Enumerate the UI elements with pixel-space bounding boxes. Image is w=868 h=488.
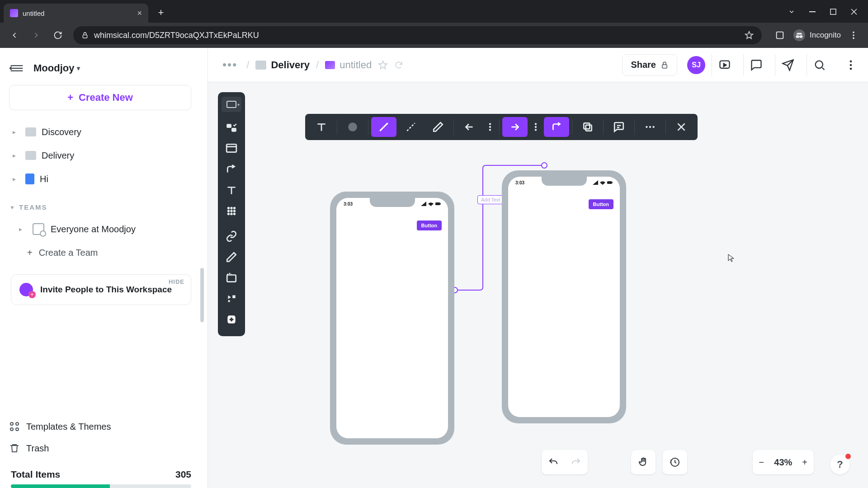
- tool-section-button[interactable]: [222, 267, 241, 288]
- sidebar-item-discovery[interactable]: ▸ Discovery: [9, 120, 199, 144]
- svg-point-36: [489, 123, 491, 125]
- window-close-button[interactable]: [844, 5, 864, 19]
- zoom-value[interactable]: 43%: [774, 457, 792, 468]
- sidebar-item-hi[interactable]: ▸ Hi: [9, 167, 199, 191]
- zoom-out-button[interactable]: −: [759, 457, 764, 468]
- ctx-arrow-start-button[interactable]: [457, 117, 482, 137]
- wireframe-phone-2[interactable]: 3:03 Button: [502, 170, 626, 423]
- forward-button[interactable]: [26, 26, 46, 44]
- svg-point-11: [10, 428, 13, 431]
- help-button[interactable]: ?: [830, 455, 850, 474]
- breadcrumb-more-button[interactable]: •••: [220, 58, 240, 72]
- team-item-everyone[interactable]: ▸ Everyone at Moodjoy: [0, 217, 199, 241]
- svg-point-25: [233, 207, 236, 209]
- create-team-button[interactable]: + Create a Team: [0, 241, 199, 264]
- tool-checklist-button[interactable]: [222, 117, 241, 138]
- present-button[interactable]: [712, 54, 737, 76]
- svg-rect-1: [830, 9, 836, 14]
- invite-hide-button[interactable]: HIDE: [169, 278, 184, 285]
- templates-link[interactable]: Templates & Themes: [9, 416, 199, 437]
- app-menu-button[interactable]: [838, 54, 863, 76]
- zoom-in-button[interactable]: +: [802, 457, 807, 468]
- wireframe-phone-1[interactable]: 3:03 Button: [330, 192, 454, 445]
- history-button[interactable]: [663, 450, 687, 474]
- workspace-switcher[interactable]: Moodjoy ▾: [33, 62, 80, 74]
- send-button[interactable]: [775, 54, 800, 76]
- wireframe-button-element[interactable]: Button: [417, 221, 442, 230]
- svg-point-30: [230, 213, 232, 215]
- tool-pencil-button[interactable]: [222, 247, 241, 267]
- flow-label-input[interactable]: Add Text: [477, 195, 504, 204]
- ctx-color-button[interactable]: [340, 117, 365, 137]
- canvas[interactable]: ▾: [208, 82, 868, 488]
- tool-text-button[interactable]: [222, 180, 241, 201]
- window-minimize-button[interactable]: [802, 5, 823, 19]
- invite-card[interactable]: HIDE Invite People to This Workspace: [11, 274, 191, 305]
- tool-icons-button[interactable]: [222, 288, 241, 309]
- wireframe-button-element[interactable]: Button: [589, 199, 613, 209]
- tool-add-button[interactable]: [222, 309, 241, 330]
- tabs-menu-button[interactable]: [781, 5, 802, 19]
- ctx-comment-button[interactable]: [606, 117, 632, 137]
- ctx-text-button[interactable]: [309, 117, 334, 137]
- breadcrumb-parent[interactable]: Delivery: [255, 59, 310, 71]
- svg-rect-13: [662, 65, 667, 68]
- pan-tool-button[interactable]: [631, 450, 656, 474]
- back-button[interactable]: [5, 26, 24, 44]
- ctx-close-button[interactable]: [669, 117, 694, 137]
- bookmark-star-icon[interactable]: [745, 31, 754, 40]
- usage-progress: [11, 484, 191, 488]
- ctx-edit-button[interactable]: [425, 117, 451, 137]
- breadcrumb-separator: /: [246, 59, 249, 71]
- user-avatar[interactable]: SJ: [687, 56, 705, 74]
- browser-menu-button[interactable]: [844, 26, 863, 44]
- tab-title: untitled: [23, 9, 132, 17]
- ctx-arrow-end-menu[interactable]: [529, 117, 542, 137]
- create-new-button[interactable]: + Create New: [9, 85, 191, 110]
- undo-button[interactable]: [548, 457, 559, 468]
- breadcrumb-separator: /: [316, 59, 319, 71]
- sidebar-item-delivery[interactable]: ▸ Delivery: [9, 144, 199, 167]
- ctx-arrow-start-menu[interactable]: [484, 117, 496, 137]
- reload-button[interactable]: [48, 26, 68, 44]
- app-header: ••• / Delivery / untitled Share SJ: [208, 48, 868, 82]
- ctx-copy-button[interactable]: [575, 117, 600, 137]
- new-tab-button[interactable]: +: [155, 6, 167, 19]
- window-maximize-button[interactable]: [823, 5, 844, 19]
- share-button[interactable]: Share: [622, 54, 677, 76]
- browser-tab-active[interactable]: untitled ×: [4, 4, 148, 23]
- breadcrumb-current[interactable]: untitled: [325, 59, 372, 71]
- teams-section-toggle[interactable]: ▾ TEAMS: [0, 191, 199, 217]
- tool-connector-button[interactable]: [222, 159, 241, 180]
- address-input[interactable]: whimsical.com/D5ZRT9ocaQXJTxEkPaLRKU: [73, 26, 762, 44]
- ctx-arrow-end-button[interactable]: [502, 117, 528, 137]
- svg-point-28: [233, 210, 236, 212]
- ctx-line-dashed-button[interactable]: [398, 117, 424, 137]
- comments-button[interactable]: [743, 54, 769, 76]
- frame-picker-button[interactable]: ▾: [222, 97, 241, 112]
- trash-link[interactable]: Trash: [9, 437, 199, 459]
- favorite-star-button[interactable]: [378, 60, 388, 70]
- close-tab-icon[interactable]: ×: [137, 9, 142, 18]
- plus-icon: +: [67, 92, 73, 103]
- svg-rect-21: [231, 128, 236, 132]
- browser-address-bar: whimsical.com/D5ZRT9ocaQXJTxEkPaLRKU Inc…: [0, 23, 868, 48]
- tool-link-button[interactable]: [222, 226, 241, 247]
- lock-icon: [81, 32, 89, 39]
- tool-components-button[interactable]: [222, 201, 241, 221]
- sidebar-collapse-button[interactable]: [8, 60, 25, 77]
- create-new-label: Create New: [79, 92, 133, 103]
- profile-incognito[interactable]: Incognito: [791, 29, 843, 41]
- sync-status-icon[interactable]: [394, 61, 403, 70]
- ctx-path-style-button[interactable]: [544, 117, 569, 137]
- ctx-line-style-button[interactable]: [371, 117, 396, 137]
- extensions-button[interactable]: [770, 26, 790, 44]
- svg-point-38: [489, 129, 491, 131]
- ctx-more-button[interactable]: [637, 117, 663, 137]
- search-button[interactable]: [807, 54, 832, 76]
- redo-button[interactable]: [571, 457, 581, 468]
- sidebar-resize-handle[interactable]: [200, 268, 204, 322]
- sidebar-item-label: Discovery: [42, 127, 81, 137]
- svg-point-17: [850, 64, 852, 66]
- tool-window-button[interactable]: [222, 138, 241, 159]
